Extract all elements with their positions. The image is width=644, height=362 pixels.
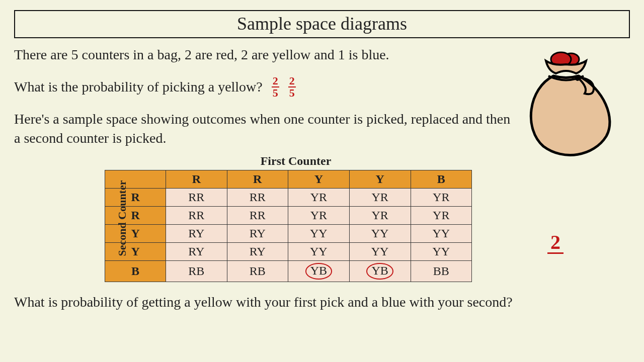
sample-space-table: R R Y Y B R RR RR YR YR YR R RR RR YR YR… (105, 170, 472, 282)
row-header: B (105, 261, 166, 282)
sample-space-intro: Here's a sample space showing outcomes w… (14, 110, 517, 148)
fraction-denominator: 5 (272, 86, 279, 99)
page: Sample space diagrams There are 5 counte… (0, 0, 644, 362)
table-row: Y RY RY YY YY YY (105, 225, 472, 243)
col-header: R (166, 170, 227, 189)
row-header: Y (105, 243, 166, 261)
table-cell: RR (227, 189, 288, 207)
table-cell: YR (349, 189, 411, 207)
table-cell: YY (288, 243, 349, 261)
table-cell-circled: YB (349, 261, 411, 282)
fraction-answer-1: 2 5 (272, 75, 279, 99)
table-cell: YR (288, 189, 349, 207)
page-title: Sample space diagrams (14, 10, 630, 38)
table-cell: YR (411, 207, 471, 225)
table-cell: YY (411, 243, 471, 261)
fraction-denominator: 5 (288, 86, 296, 99)
table-cell-circled: YB (288, 261, 349, 282)
row-header: R (105, 207, 166, 225)
handwritten-count: 2 (547, 232, 564, 254)
intro-text: There are 5 counters in a bag, 2 are red… (14, 45, 517, 64)
header-row: R R Y Y B (105, 170, 472, 189)
table-cell: YR (349, 207, 411, 225)
table-row: R RR RR YR YR YR (105, 207, 472, 225)
table-cell: RR (227, 207, 288, 225)
svg-point-2 (575, 76, 580, 81)
table-cell: YY (349, 225, 411, 243)
table-cell: YR (411, 189, 471, 207)
fraction-numerator: 2 (289, 75, 295, 86)
col-header: B (411, 170, 471, 189)
table-cell: YY (288, 225, 349, 243)
col-header: Y (288, 170, 349, 189)
sample-space-table-wrap: Second Counter First Counter R R Y Y B R… (105, 154, 487, 282)
table-cell: RY (227, 225, 288, 243)
col-header: Y (349, 170, 411, 189)
table-cell: RY (227, 243, 288, 261)
table-row: B RB RB YB YB BB (105, 261, 472, 282)
row-header: Y (105, 225, 166, 243)
corner-cell (105, 170, 166, 189)
table-cell: RY (166, 225, 227, 243)
table-row: R RR RR YR YR YR (105, 189, 472, 207)
top-caption: First Counter (105, 154, 487, 168)
table-cell: YY (411, 225, 471, 243)
table-cell: RR (166, 189, 227, 207)
col-header: R (227, 170, 288, 189)
table-row: Y RY RY YY YY YY (105, 243, 472, 261)
final-question: What is probability of getting a yellow … (14, 294, 630, 310)
row-header: R (105, 189, 166, 207)
fraction-numerator: 2 (273, 75, 278, 86)
table-cell: RR (166, 207, 227, 225)
table-cell: YY (349, 243, 411, 261)
table-cell: RB (166, 261, 227, 282)
table-cell: BB (411, 261, 471, 282)
table-cell: RB (227, 261, 288, 282)
question-yellow-label: What is the probability of picking a yel… (14, 77, 263, 97)
side-caption: Second Counter (116, 180, 129, 256)
table-cell: YR (288, 207, 349, 225)
table-cell: RY (166, 243, 227, 261)
bag-icon (518, 48, 614, 159)
fraction-answer-2: 2 5 (288, 75, 296, 99)
